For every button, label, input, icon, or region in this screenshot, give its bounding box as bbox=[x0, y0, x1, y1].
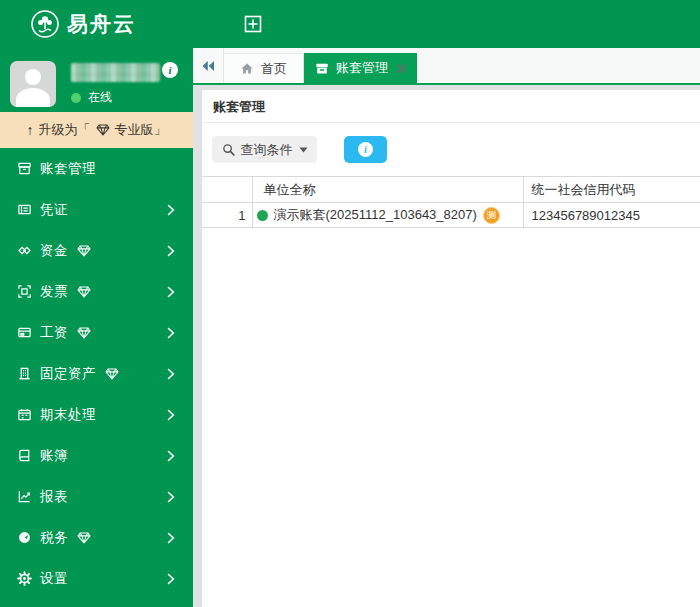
table-body: 1 演示账套(20251112_103643_8207) 测 123456789… bbox=[202, 203, 700, 228]
scroll-tabs-left-button[interactable] bbox=[193, 48, 224, 83]
caret-down-icon bbox=[299, 147, 308, 153]
chevron-right-icon bbox=[167, 532, 175, 544]
toolbar: 查询条件 i bbox=[202, 123, 700, 176]
sidebar-item-label: 资金 bbox=[40, 242, 68, 260]
calendar-icon bbox=[17, 407, 32, 422]
sidebar-item-salary[interactable]: 工资 bbox=[0, 312, 193, 353]
chevron-right-icon bbox=[167, 450, 175, 462]
chevron-right-icon bbox=[167, 286, 175, 298]
chevron-right-icon bbox=[167, 573, 175, 585]
tab-bar: 首页 账套管理 bbox=[193, 48, 700, 85]
archive-icon bbox=[17, 161, 32, 176]
double-chevron-left-icon bbox=[201, 60, 215, 72]
tab-home[interactable]: 首页 bbox=[224, 53, 304, 83]
chevron-right-icon bbox=[167, 409, 175, 421]
pro-gem-icon bbox=[96, 124, 110, 136]
sidebar-item-funds[interactable]: 资金 bbox=[0, 230, 193, 271]
chevron-right-icon bbox=[167, 245, 175, 257]
account-sets-table: 单位全称 统一社会信用代码 1 演示账套(20251112_103643_820… bbox=[202, 176, 700, 228]
header-unit-name: 单位全称 bbox=[252, 177, 523, 203]
invoice-icon bbox=[17, 284, 32, 299]
pro-gem-icon bbox=[77, 532, 91, 544]
upgrade-label-before: 升级为「 bbox=[39, 121, 91, 139]
online-status-label: 在线 bbox=[88, 89, 112, 106]
salary-icon bbox=[17, 325, 32, 340]
chevron-right-icon bbox=[167, 327, 175, 339]
info-button[interactable]: i bbox=[344, 136, 387, 163]
chevron-right-icon bbox=[167, 368, 175, 380]
sidebar-item-label: 账套管理 bbox=[40, 160, 96, 178]
user-avatar[interactable] bbox=[10, 61, 56, 107]
upgrade-label-after: 专业版」 bbox=[115, 121, 167, 139]
content-area: 账套管理 查询条件 i 单位全称 统一社会信用 bbox=[193, 87, 700, 607]
sidebar-item-label: 税务 bbox=[40, 529, 68, 547]
header-index bbox=[202, 177, 252, 203]
gear-icon bbox=[17, 571, 32, 586]
credit-code: 123456789012345 bbox=[523, 203, 700, 228]
new-window-icon[interactable] bbox=[244, 15, 262, 33]
tab-account-set-management[interactable]: 账套管理 bbox=[304, 53, 417, 83]
online-status: 在线 bbox=[71, 89, 112, 106]
chevron-right-icon bbox=[167, 491, 175, 503]
pro-gem-icon bbox=[105, 368, 119, 380]
chevron-right-icon bbox=[167, 204, 175, 216]
sidebar-item-label: 报表 bbox=[40, 488, 68, 506]
account-set-panel: 账套管理 查询条件 i 单位全称 统一社会信用 bbox=[202, 90, 700, 607]
funds-icon bbox=[17, 243, 32, 258]
chart-icon bbox=[17, 489, 32, 504]
avatar-shoulders bbox=[16, 88, 50, 107]
unit-name: 演示账套(20251112_103643_8207) bbox=[274, 206, 477, 224]
pro-gem-icon bbox=[77, 286, 91, 298]
avatar-head bbox=[25, 69, 41, 85]
query-button-label: 查询条件 bbox=[241, 141, 293, 159]
page-title: 账套管理 bbox=[202, 90, 700, 123]
logo-tree-icon bbox=[30, 9, 60, 39]
up-arrow-icon: ↑ bbox=[27, 122, 34, 138]
sidebar-item-label: 凭证 bbox=[40, 201, 68, 219]
brand-title: 易舟云 bbox=[67, 10, 136, 38]
pro-gem-icon bbox=[77, 245, 91, 257]
sidebar-item-settings[interactable]: 设置 bbox=[0, 558, 193, 599]
tab-home-label: 首页 bbox=[261, 60, 287, 78]
home-icon bbox=[240, 62, 254, 75]
sidebar-item-label: 设置 bbox=[40, 570, 68, 588]
info-icon: i bbox=[358, 142, 373, 157]
header-credit-code: 统一社会信用代码 bbox=[523, 177, 700, 203]
table-row[interactable]: 1 演示账套(20251112_103643_8207) 测 123456789… bbox=[202, 203, 700, 228]
voucher-icon bbox=[17, 202, 32, 217]
sidebar-item-label: 期末处理 bbox=[40, 406, 96, 424]
book-icon bbox=[17, 448, 32, 463]
pro-gem-icon bbox=[77, 327, 91, 339]
archive-box-icon bbox=[315, 62, 329, 75]
sidebar-item-period-end[interactable]: 期末处理 bbox=[0, 394, 193, 435]
sidebar-item-voucher[interactable]: 凭证 bbox=[0, 189, 193, 230]
sidebar-item-reports[interactable]: 报表 bbox=[0, 476, 193, 517]
building-icon bbox=[17, 366, 32, 381]
row-index: 1 bbox=[202, 203, 252, 228]
app-logo: 易舟云 bbox=[30, 9, 136, 39]
search-icon bbox=[222, 143, 235, 156]
status-dot-icon bbox=[257, 210, 268, 221]
test-badge: 测 bbox=[483, 207, 500, 224]
user-info-icon[interactable]: i bbox=[162, 62, 178, 78]
online-dot-icon bbox=[71, 93, 81, 103]
sidebar-item-label: 固定资产 bbox=[40, 365, 96, 383]
sidebar-item-ledger[interactable]: 账簿 bbox=[0, 435, 193, 476]
query-conditions-button[interactable]: 查询条件 bbox=[212, 136, 317, 163]
sidebar-item-label: 发票 bbox=[40, 283, 68, 301]
sidebar-item-tax[interactable]: 税务 bbox=[0, 517, 193, 558]
sidebar-menu: 账套管理凭证资金发票工资固定资产期末处理账簿报表税务设置 bbox=[0, 148, 193, 599]
upgrade-pro-banner[interactable]: ↑ 升级为「 专业版」 bbox=[0, 112, 193, 148]
sidebar-item-fixed-assets[interactable]: 固定资产 bbox=[0, 353, 193, 394]
tab-close-icon[interactable] bbox=[397, 64, 406, 73]
sidebar-item-label: 工资 bbox=[40, 324, 68, 342]
table-header-row: 单位全称 统一社会信用代码 bbox=[202, 177, 700, 203]
sidebar: i 在线 ↑ 升级为「 专业版」 账套管理凭证资金发票工资固定资产期末处理账簿报… bbox=[0, 48, 193, 607]
tax-icon bbox=[17, 530, 32, 545]
sidebar-item-label: 账簿 bbox=[40, 447, 68, 465]
sidebar-item-invoice[interactable]: 发票 bbox=[0, 271, 193, 312]
tab-active-label: 账套管理 bbox=[336, 59, 388, 77]
sidebar-item-account-set[interactable]: 账套管理 bbox=[0, 148, 193, 189]
username-redacted bbox=[71, 63, 160, 82]
app-header: 易舟云 bbox=[0, 0, 700, 48]
